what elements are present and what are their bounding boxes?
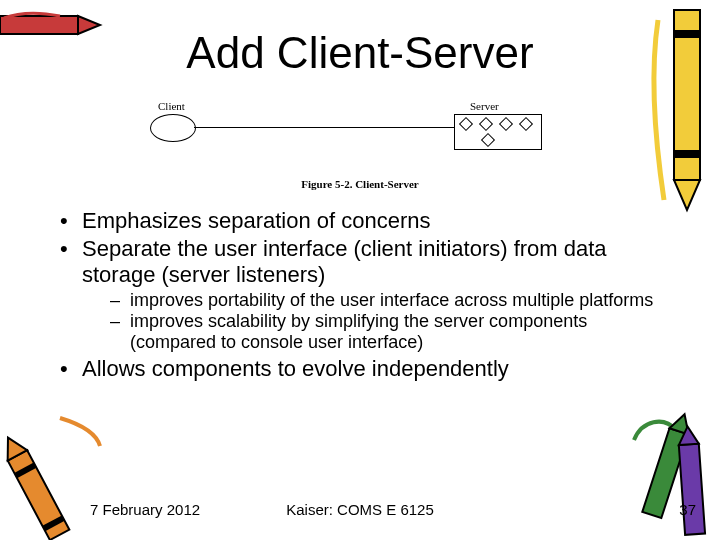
body-text: Emphasizes separation of concerns Separa… (56, 208, 666, 384)
bullet-2a: improves portability of the user interfa… (106, 290, 666, 311)
crayon-green-purple-icon (630, 400, 720, 540)
svg-rect-5 (674, 150, 700, 158)
server-node-icon (481, 133, 495, 147)
bullet-1: Emphasizes separation of concerns (56, 208, 666, 234)
client-server-diagram: Client Server (150, 100, 570, 170)
bullet-2-text: Separate the user interface (client init… (82, 236, 607, 287)
bullet-2: Separate the user interface (client init… (56, 236, 666, 354)
bullet-2b: improves scalability by simplifying the … (106, 311, 666, 353)
server-label: Server (470, 100, 499, 112)
server-node-icon (459, 117, 473, 131)
footer-page: 37 (679, 501, 696, 518)
client-shape (150, 114, 196, 142)
crayon-orange-icon (0, 410, 110, 540)
server-node-icon (519, 117, 533, 131)
server-node-icon (499, 117, 513, 131)
slide-title: Add Client-Server (0, 28, 720, 78)
svg-rect-6 (8, 450, 70, 540)
footer-course: Kaiser: COMS E 6125 (0, 501, 720, 518)
diagram-caption: Figure 5-2. Client-Server (0, 178, 720, 190)
bullet-3: Allows components to evolve independentl… (56, 356, 666, 382)
client-label: Client (158, 100, 185, 112)
slide: Add Client-Server Client Server Figure 5… (0, 0, 720, 540)
server-shape (454, 114, 542, 150)
server-node-icon (479, 117, 493, 131)
svg-rect-12 (679, 444, 705, 535)
diagram-link (194, 127, 454, 128)
